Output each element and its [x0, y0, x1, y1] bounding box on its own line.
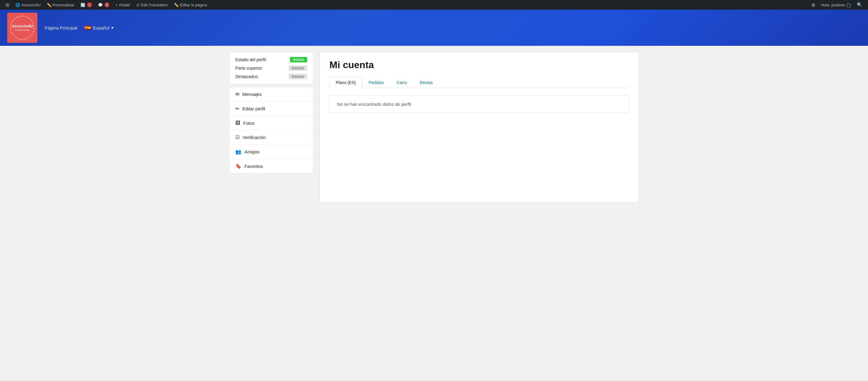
site-name-icon: 🌐: [16, 3, 20, 7]
profile-status-title: Estado del perfil:: [236, 57, 267, 62]
add-icon: +: [116, 3, 118, 7]
sidebar-menu: ✉ Mensajes ✏ Editar perfil 🖼 Fotos ☑ Ver…: [229, 87, 313, 173]
sidebar-item-amigos[interactable]: 👥 Amigos: [229, 145, 313, 159]
mensajes-icon: ✉: [236, 91, 239, 97]
sidebar-item-favoritos[interactable]: 🔖 Favoritos: [229, 159, 313, 173]
sidebar-item-mensajes[interactable]: ✉ Mensajes: [229, 87, 313, 102]
tab-revisa[interactable]: Revisa: [413, 77, 439, 88]
amigos-icon: 👥: [236, 149, 241, 155]
destacados-row: Destacados: Inactivo: [236, 74, 307, 79]
comments-icon: 💬: [98, 3, 103, 7]
editar-perfil-label: Editar perfil: [242, 106, 265, 111]
lang-label: Español: [93, 25, 109, 30]
sidebar-item-verificacion[interactable]: ☑ Verificación: [229, 130, 313, 145]
destacados-label: Destacados:: [236, 74, 259, 79]
site-logo[interactable]: Anuncio4U Tu directorio: [7, 13, 37, 43]
fotos-icon: 🖼: [236, 120, 240, 126]
edit-translation-label: Edit Translation: [141, 3, 168, 7]
lang-flag: 🇪🇸: [84, 24, 91, 31]
content-box: No se han encontrado datos de perfil: [330, 95, 629, 113]
page-title: Mi cuenta: [330, 59, 629, 70]
editar-perfil-icon: ✏: [236, 106, 239, 112]
customize-icon: ✏️: [47, 3, 52, 7]
profile-status-row: Estado del perfil: Activo: [236, 57, 307, 62]
admin-bar-site-name[interactable]: 🌐 Anuncio4U: [13, 0, 43, 10]
empty-message: No se han encontrado datos de perfil: [337, 102, 411, 107]
chevron-down-icon: ▾: [111, 25, 114, 30]
parte-superior-label: Parte superior:: [236, 66, 263, 70]
amigos-label: Amigos: [244, 149, 259, 154]
avatar-icon: ▢: [846, 2, 851, 8]
site-nav: Página Principal 🇪🇸 Español ▾: [44, 24, 114, 31]
comments-badge: 0: [104, 2, 110, 7]
logo-text-line1: Anuncio4U: [12, 24, 33, 29]
verificacion-label: Verificación: [243, 135, 266, 140]
mensajes-label: Mensajes: [242, 92, 261, 97]
admin-bar-edit-page[interactable]: ✏️ Editar la página: [172, 0, 210, 10]
admin-bar-add-new[interactable]: + Añadir: [113, 0, 133, 10]
site-header: Anuncio4U Tu directorio Página Principal…: [0, 10, 868, 46]
admin-bar-customize[interactable]: ✏️ Personalizar: [44, 0, 77, 10]
tabs-bar: Plans (ES) Pedidos Carro Revisa: [330, 76, 629, 88]
admin-bar-updates[interactable]: 🔄 1: [78, 0, 94, 10]
sidebar-item-editar-perfil[interactable]: ✏ Editar perfil: [229, 102, 313, 116]
search-icon: 🔍: [857, 2, 863, 7]
admin-bar-wp-logo[interactable]: ⊞: [3, 0, 12, 10]
updates-icon: 🔄: [81, 3, 85, 7]
tab-carro[interactable]: Carro: [390, 77, 413, 88]
nav-pagina-principal[interactable]: Página Principal: [44, 25, 77, 30]
admin-bar-greeting[interactable]: Hola, pcebolo ▢: [819, 2, 854, 8]
admin-bar-search[interactable]: 🔍: [855, 2, 865, 7]
customize-label: Personalizar: [53, 3, 74, 7]
admin-bar-right: ⊕ Hola, pcebolo ▢ 🔍: [809, 2, 865, 8]
greeting-text: Hola, pcebolo: [821, 3, 845, 7]
user-circle-icon: ⊕: [811, 2, 815, 8]
favoritos-label: Favoritos: [244, 164, 263, 169]
destacados-badge: Inactivo: [289, 74, 307, 79]
tab-plans[interactable]: Plans (ES): [330, 77, 362, 88]
wp-logo-icon: ⊞: [5, 2, 9, 8]
admin-bar-user-circle[interactable]: ⊕: [809, 2, 818, 8]
profile-status-card: Estado del perfil: Activo Parte superior…: [229, 52, 313, 85]
tab-pedidos[interactable]: Pedidos: [362, 77, 390, 88]
favoritos-icon: 🔖: [236, 163, 241, 169]
parte-superior-row: Parte superior: Inactivo: [236, 65, 307, 71]
language-selector[interactable]: 🇪🇸 Español ▾: [84, 24, 113, 31]
fotos-label: Fotos: [243, 121, 255, 126]
admin-bar: ⊞ 🌐 Anuncio4U ✏️ Personalizar 🔄 1 💬 0 + …: [0, 0, 868, 10]
admin-bar-edit-translation[interactable]: ⊙ Edit Translation: [134, 0, 170, 10]
site-name-label: Anuncio4U: [22, 3, 41, 7]
content-area: Mi cuenta Plans (ES) Pedidos Carro Revis…: [319, 52, 639, 202]
updates-badge: 1: [87, 2, 92, 7]
edit-page-icon: ✏️: [174, 3, 179, 7]
sidebar: Estado del perfil: Activo Parte superior…: [229, 52, 313, 202]
status-active-badge: Activo: [290, 57, 307, 62]
sidebar-item-fotos[interactable]: 🖼 Fotos: [229, 116, 313, 130]
parte-superior-badge: Inactivo: [289, 65, 307, 71]
verificacion-icon: ☑: [236, 134, 240, 140]
logo-text-line2: Tu directorio: [15, 29, 30, 32]
logo-inner: Anuncio4U Tu directorio: [10, 16, 34, 40]
admin-bar-comments[interactable]: 💬 0: [96, 0, 112, 10]
main-content: Estado del perfil: Activo Parte superior…: [223, 52, 645, 202]
add-label: Añadir: [119, 3, 130, 7]
edit-page-label: Editar la página: [180, 3, 207, 7]
edit-translation-icon: ⊙: [136, 3, 140, 7]
